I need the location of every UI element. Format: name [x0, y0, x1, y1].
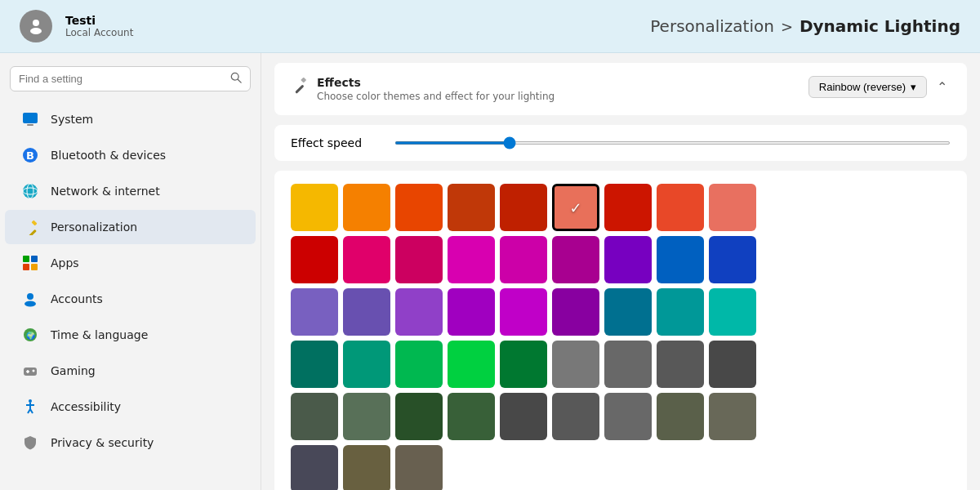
- color-swatch[interactable]: [604, 236, 652, 283]
- color-swatch[interactable]: [395, 288, 443, 336]
- color-swatch[interactable]: [500, 341, 547, 388]
- chevron-down-icon: ▾: [911, 81, 916, 93]
- color-swatch[interactable]: [395, 184, 443, 231]
- svg-point-25: [29, 399, 32, 403]
- color-row: [291, 445, 951, 490]
- color-swatch[interactable]: [291, 236, 338, 283]
- bluetooth-icon: B: [21, 146, 39, 164]
- color-swatch[interactable]: [552, 393, 599, 440]
- accessibility-icon: [21, 398, 39, 416]
- svg-rect-4: [23, 113, 38, 123]
- breadcrumb: Personalization > Dynamic Lighting: [650, 16, 960, 36]
- color-swatch[interactable]: [500, 184, 547, 231]
- sidebar-item-personalization[interactable]: Personalization: [5, 210, 256, 244]
- color-row: [291, 184, 951, 231]
- sidebar-item-network[interactable]: Network & internet: [5, 174, 256, 208]
- svg-point-24: [33, 370, 35, 372]
- breadcrumb-separator: >: [781, 18, 793, 35]
- sidebar-label-network: Network & internet: [51, 185, 160, 198]
- color-swatch[interactable]: [343, 288, 390, 336]
- sidebar-item-accessibility[interactable]: Accessibility: [5, 390, 256, 424]
- color-swatch[interactable]: [657, 393, 704, 440]
- search-icon: [230, 72, 242, 86]
- user-info: Testi Local Account: [65, 14, 133, 38]
- sidebar-item-bluetooth[interactable]: B Bluetooth & devices: [5, 138, 256, 172]
- color-swatch[interactable]: [343, 236, 390, 283]
- chevron-up-icon: ⌃: [937, 80, 947, 94]
- color-swatch[interactable]: [448, 184, 495, 231]
- sidebar-label-accounts: Accounts: [51, 292, 103, 305]
- svg-rect-16: [31, 264, 38, 270]
- color-swatch[interactable]: [604, 393, 652, 440]
- color-swatch[interactable]: [291, 445, 338, 490]
- color-swatch[interactable]: [395, 393, 443, 440]
- color-swatch[interactable]: [657, 341, 704, 388]
- color-swatch[interactable]: [552, 341, 599, 388]
- effects-text: Effects Choose color themes and effect f…: [317, 76, 555, 102]
- color-swatch[interactable]: [657, 236, 704, 283]
- color-swatch[interactable]: [604, 288, 652, 336]
- sidebar-item-apps[interactable]: Apps: [5, 246, 256, 280]
- svg-line-29: [30, 409, 33, 413]
- color-swatch[interactable]: [500, 288, 547, 336]
- svg-point-18: [24, 301, 36, 307]
- sidebar-item-accounts[interactable]: Accounts: [5, 282, 256, 316]
- color-swatch[interactable]: [709, 236, 756, 283]
- speed-section: Effect speed: [274, 125, 967, 161]
- color-swatch[interactable]: [552, 184, 599, 231]
- color-swatch[interactable]: [500, 236, 547, 283]
- color-swatch[interactable]: [395, 236, 443, 283]
- sidebar-item-time[interactable]: 🌍 Time & language: [5, 318, 256, 352]
- sidebar-item-privacy[interactable]: Privacy & security: [5, 425, 256, 460]
- color-swatch[interactable]: [395, 445, 443, 490]
- sidebar-item-system[interactable]: System: [5, 102, 256, 136]
- color-swatch[interactable]: [343, 445, 390, 490]
- effects-section: Effects Choose color themes and effect f…: [274, 63, 967, 115]
- sidebar-label-gaming: Gaming: [51, 364, 96, 377]
- color-swatch[interactable]: [552, 236, 599, 283]
- color-swatch[interactable]: [657, 288, 704, 336]
- svg-rect-31: [301, 78, 306, 83]
- effects-dropdown-value: Rainbow (reverse): [819, 81, 906, 93]
- color-swatch[interactable]: [291, 184, 338, 231]
- collapse-button[interactable]: ⌃: [933, 76, 951, 98]
- system-icon: [21, 110, 39, 128]
- color-swatch[interactable]: [657, 184, 704, 231]
- color-swatch[interactable]: [604, 184, 652, 231]
- sidebar-label-apps: Apps: [51, 256, 79, 270]
- color-swatch[interactable]: [709, 393, 756, 440]
- sidebar-label-time: Time & language: [51, 328, 148, 341]
- search-input[interactable]: [19, 73, 224, 85]
- svg-rect-30: [295, 84, 304, 93]
- svg-point-0: [33, 20, 39, 26]
- color-swatch[interactable]: [448, 393, 495, 440]
- color-swatch[interactable]: [709, 184, 756, 231]
- color-swatch[interactable]: [291, 393, 338, 440]
- color-row: [291, 393, 951, 440]
- color-swatch[interactable]: [395, 341, 443, 388]
- avatar: [20, 10, 52, 42]
- color-swatch[interactable]: [291, 288, 338, 336]
- color-grid-section: [274, 171, 967, 490]
- color-row: [291, 236, 951, 283]
- speed-slider[interactable]: [394, 141, 951, 145]
- color-swatch[interactable]: [343, 393, 390, 440]
- network-icon: [21, 182, 39, 200]
- color-swatch[interactable]: [709, 341, 756, 388]
- sidebar-item-gaming[interactable]: Gaming: [5, 354, 256, 388]
- color-swatch[interactable]: [343, 184, 390, 231]
- color-swatch[interactable]: [291, 341, 338, 388]
- effects-dropdown[interactable]: Rainbow (reverse) ▾: [808, 76, 927, 98]
- color-swatch[interactable]: [448, 341, 495, 388]
- color-swatch[interactable]: [343, 341, 390, 388]
- color-swatch[interactable]: [552, 288, 599, 336]
- color-swatch[interactable]: [709, 288, 756, 336]
- speed-slider-wrap: [394, 141, 951, 145]
- color-swatch[interactable]: [500, 393, 547, 440]
- svg-text:🌍: 🌍: [26, 331, 36, 341]
- user-type: Local Account: [65, 27, 133, 38]
- search-box[interactable]: [10, 66, 251, 91]
- color-swatch[interactable]: [604, 341, 652, 388]
- color-swatch[interactable]: [448, 288, 495, 336]
- color-swatch[interactable]: [448, 236, 495, 283]
